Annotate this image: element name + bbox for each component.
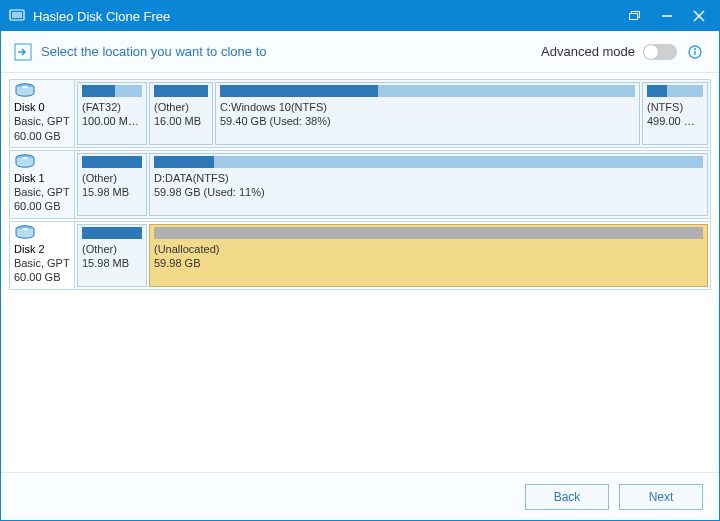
svg-point-9 (694, 48, 696, 50)
partition-usage-bar (154, 85, 208, 97)
header-bar: Select the location you want to clone to… (1, 31, 719, 73)
advanced-mode-label: Advanced mode (541, 44, 635, 59)
partition-size: 15.98 MB (82, 256, 142, 270)
partition-size: 15.98 MB (82, 185, 142, 199)
app-window: Hasleo Disk Clone Free Select the locati… (0, 0, 720, 521)
close-button[interactable] (683, 1, 715, 31)
disk-list: Disk 0Basic, GPT60.00 GB(FAT32)100.00 MB… (1, 73, 719, 472)
back-button[interactable]: Back (525, 484, 609, 510)
step-arrow-icon (13, 42, 33, 62)
disk-size: 60.00 GB (14, 270, 70, 284)
disk-name: Disk 2 (14, 242, 70, 256)
partition[interactable]: (Other)16.00 MB (149, 82, 213, 145)
disk-row: Disk 0Basic, GPT60.00 GB(FAT32)100.00 MB… (9, 79, 711, 148)
partition-label: (Other) (82, 171, 142, 185)
svg-point-14 (22, 157, 28, 159)
partition-label: C:Windows 10(NTFS) (220, 100, 635, 114)
app-title: Hasleo Disk Clone Free (33, 9, 619, 24)
disk-meta: Basic, GPT (14, 114, 70, 128)
partition-size: 59.98 GB (Used: 11%) (154, 185, 703, 199)
partition-label: (Unallocated) (154, 242, 703, 256)
partition-unallocated[interactable]: (Unallocated)59.98 GB (149, 224, 708, 287)
disk-meta: Basic, GPT (14, 256, 70, 270)
partition-usage-bar (154, 227, 703, 239)
svg-rect-1 (12, 12, 22, 18)
partition[interactable]: (NTFS)499.00 MB ... (642, 82, 708, 145)
partition-size: 499.00 MB ... (647, 114, 703, 128)
disk-info[interactable]: Disk 1Basic, GPT60.00 GB (9, 150, 75, 219)
partition-label: (Other) (154, 100, 208, 114)
next-button[interactable]: Next (619, 484, 703, 510)
titlebar: Hasleo Disk Clone Free (1, 1, 719, 31)
prompt-text: Select the location you want to clone to (41, 44, 541, 59)
disk-info[interactable]: Disk 2Basic, GPT60.00 GB (9, 221, 75, 290)
partition-size: 16.00 MB (154, 114, 208, 128)
svg-point-12 (22, 86, 28, 88)
partition[interactable]: (FAT32)100.00 MB ... (77, 82, 147, 145)
disk-size: 60.00 GB (14, 199, 70, 213)
partition[interactable]: C:Windows 10(NTFS)59.40 GB (Used: 38%) (215, 82, 640, 145)
partition-usage-bar (220, 85, 635, 97)
partition[interactable]: (Other)15.98 MB (77, 153, 147, 216)
svg-rect-3 (630, 14, 638, 20)
partition[interactable]: D:DATA(NTFS)59.98 GB (Used: 11%) (149, 153, 708, 216)
partition-usage-bar (154, 156, 703, 168)
disk-icon (14, 225, 36, 241)
app-icon (9, 8, 25, 24)
partition-container: (Other)15.98 MBD:DATA(NTFS)59.98 GB (Use… (75, 150, 711, 219)
partition[interactable]: (Other)15.98 MB (77, 224, 147, 287)
partition-label: (FAT32) (82, 100, 142, 114)
disk-icon (14, 154, 36, 170)
disk-name: Disk 0 (14, 100, 70, 114)
disk-meta: Basic, GPT (14, 185, 70, 199)
footer-bar: Back Next (1, 472, 719, 520)
partition-size: 59.98 GB (154, 256, 703, 270)
disk-icon (14, 83, 36, 99)
disk-name: Disk 1 (14, 171, 70, 185)
disk-size: 60.00 GB (14, 129, 70, 143)
partition-label: D:DATA(NTFS) (154, 171, 703, 185)
partition-container: (Other)15.98 MB(Unallocated)59.98 GB (75, 221, 711, 290)
disk-row: Disk 2Basic, GPT60.00 GB(Other)15.98 MB(… (9, 221, 711, 290)
partition-usage-bar (82, 156, 142, 168)
restore-button[interactable] (619, 1, 651, 31)
disk-row: Disk 1Basic, GPT60.00 GB(Other)15.98 MBD… (9, 150, 711, 219)
partition-label: (Other) (82, 242, 142, 256)
partition-label: (NTFS) (647, 100, 703, 114)
minimize-button[interactable] (651, 1, 683, 31)
partition-usage-bar (82, 227, 142, 239)
svg-point-16 (22, 228, 28, 230)
disk-info[interactable]: Disk 0Basic, GPT60.00 GB (9, 79, 75, 148)
partition-size: 59.40 GB (Used: 38%) (220, 114, 635, 128)
svg-rect-10 (694, 51, 695, 55)
partition-usage-bar (82, 85, 142, 97)
info-icon[interactable] (687, 44, 703, 60)
advanced-mode-toggle[interactable] (643, 44, 677, 60)
partition-container: (FAT32)100.00 MB ...(Other)16.00 MBC:Win… (75, 79, 711, 148)
partition-size: 100.00 MB ... (82, 114, 142, 128)
partition-usage-bar (647, 85, 703, 97)
